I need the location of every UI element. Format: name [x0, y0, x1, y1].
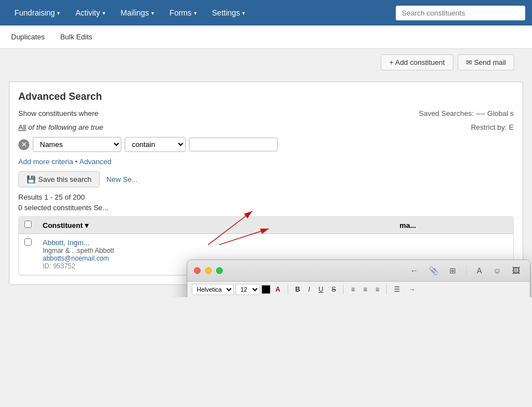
emoji-button[interactable]: ☺ [490, 264, 504, 277]
sub-nav: Duplicates Bulk Edits [0, 26, 532, 49]
close-window-button[interactable] [194, 267, 201, 274]
back-button[interactable]: ← [407, 264, 421, 277]
format-toolbar: Helvetica 12 A B I U S ≡ ≡ ≡ [187, 282, 530, 297]
nav-forms[interactable]: Forms ▾ [162, 0, 204, 26]
strikethrough-button[interactable]: S [328, 284, 339, 295]
align-center-button[interactable]: ≡ [360, 284, 370, 295]
nav-activity[interactable]: Activity ▾ [68, 0, 112, 26]
constituent-name[interactable]: Abbott, Ingm... [43, 238, 388, 247]
main-content: Advanced Search Show constituents where … [0, 76, 532, 297]
indent-button[interactable]: → [405, 284, 418, 295]
add-constituent-button[interactable]: + Add constituent [381, 54, 453, 70]
maximize-window-button[interactable] [216, 267, 223, 274]
activity-chevron-icon: ▾ [103, 10, 105, 16]
select-all-checkbox[interactable] [24, 221, 32, 228]
email-compose-overlay: ← 📎 ⊞ A ☺ 🖼 Helvetica 12 [187, 260, 530, 297]
mailings-chevron-icon: ▾ [151, 10, 154, 16]
font-size-select[interactable]: 12 [236, 284, 260, 295]
send-mail-button[interactable]: ✉ Send mail [458, 54, 514, 70]
highlight-button[interactable]: A [272, 284, 284, 295]
criteria-all-text: All of the following are true [18, 123, 103, 131]
search-actions: 💾 Save this search New Se... [18, 171, 514, 187]
underline-button[interactable]: U [315, 284, 327, 295]
save-icon: 💾 [27, 175, 35, 184]
saved-searches-label: Saved Searches: ---- Global s [419, 109, 514, 118]
image-button[interactable]: 🖼 [509, 264, 523, 277]
minimize-window-button[interactable] [205, 267, 212, 274]
advanced-search-title: Advanced Search [18, 91, 514, 103]
search-input[interactable] [396, 6, 525, 21]
align-left-button[interactable]: ≡ [347, 284, 358, 295]
select-all-col [19, 217, 37, 234]
advanced-link[interactable]: Advanced [79, 157, 111, 166]
restrict-by-label: Restrict by: E [471, 123, 514, 131]
text-color-box[interactable] [262, 285, 270, 294]
italic-button[interactable]: I [305, 284, 313, 295]
row-checkbox-cell [19, 234, 37, 275]
add-criteria-row: Add more criteria • Advanced [18, 157, 514, 166]
list-button[interactable]: ☰ [391, 284, 403, 295]
row-checkbox[interactable] [24, 238, 32, 246]
constituent-col-header[interactable]: Constituent ▾ [37, 217, 394, 234]
results-count: Results 1 - 25 of 200 [18, 193, 514, 201]
filter-field-select[interactable]: Names [33, 137, 121, 152]
filter-row: ✕ Names contain [18, 137, 514, 152]
email-col-header: ma... [394, 217, 513, 234]
top-nav: Fundraising ▾ Activity ▾ Mailings ▾ Form… [0, 0, 532, 26]
settings-chevron-icon: ▾ [242, 10, 245, 16]
fundraising-chevron-icon: ▾ [57, 10, 60, 16]
criteria-row: All of the following are true Restrict b… [18, 123, 514, 131]
save-search-button[interactable]: 💾 Save this search [18, 171, 100, 187]
nav-fundraising[interactable]: Fundraising ▾ [7, 0, 68, 26]
nav-settings[interactable]: Settings ▾ [204, 0, 253, 26]
constituent-sub: Ingmar & ...speth Abbott [43, 247, 388, 255]
advanced-search-panel: Advanced Search Show constituents where … [9, 82, 523, 285]
search-header-row: Show constituents where Saved Searches: … [18, 109, 514, 118]
contact-button[interactable]: ⊞ [446, 264, 459, 277]
nav-mailings[interactable]: Mailings ▾ [113, 0, 162, 26]
results-row: Results 1 - 25 of 200 0 selected constit… [18, 193, 514, 212]
bold-button[interactable]: B [292, 284, 304, 295]
subnav-bulk-edits[interactable]: Bulk Edits [58, 33, 95, 41]
filter-value-input[interactable] [189, 138, 278, 151]
font-family-select[interactable]: Helvetica [192, 284, 234, 295]
remove-filter-button[interactable]: ✕ [18, 139, 29, 150]
filter-operator-select[interactable]: contain [125, 137, 186, 152]
font-a-button[interactable]: A [473, 264, 485, 277]
forms-chevron-icon: ▾ [194, 10, 197, 16]
subnav-duplicates[interactable]: Duplicates [9, 33, 47, 41]
action-bar: + Add constituent ✉ Send mail [0, 49, 532, 76]
selected-count: 0 selected constituents Se... [18, 204, 514, 212]
add-criteria-link[interactable]: Add more criteria [18, 157, 73, 166]
show-constituents-label: Show constituents where [18, 109, 99, 118]
paperclip-button[interactable]: 📎 [426, 264, 442, 277]
email-titlebar: ← 📎 ⊞ A ☺ 🖼 [187, 260, 530, 282]
align-right-button[interactable]: ≡ [372, 284, 382, 295]
new-search-link[interactable]: New Se... [106, 175, 137, 184]
